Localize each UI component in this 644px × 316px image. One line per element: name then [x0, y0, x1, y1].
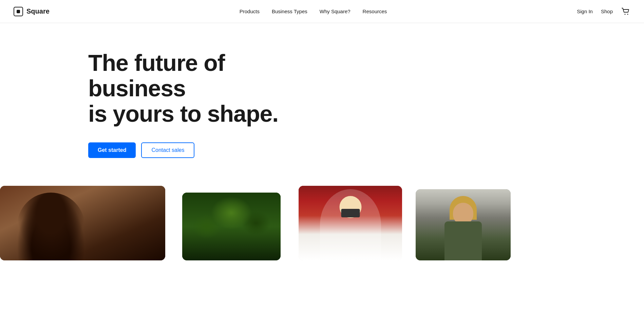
contact-sales-button[interactable]: Contact sales [141, 142, 194, 158]
hero-headline-line1: The future of business [88, 50, 225, 101]
hero-headline-line2: is yours to shape. [88, 101, 278, 126]
brand-name: Square [26, 7, 50, 15]
square-logo-icon [14, 7, 23, 16]
cart-icon-button[interactable] [621, 7, 630, 16]
nav-link-why-square[interactable]: Why Square? [320, 8, 351, 14]
hero-image-4 [416, 189, 511, 260]
hero-section: The future of business is yours to shape… [0, 23, 644, 186]
navbar-center: Products Business Types Why Square? Reso… [240, 8, 387, 14]
hero-buttons: Get started Contact sales [88, 142, 556, 158]
hero-image-3 [299, 186, 402, 260]
square-logo-inner [17, 10, 20, 13]
hero-images-section [0, 186, 644, 260]
navbar-right: Sign In Shop [577, 7, 630, 16]
square-logo[interactable]: Square [14, 7, 50, 16]
svg-point-1 [627, 14, 628, 15]
navbar: Square Products Business Types Why Squar… [0, 0, 644, 23]
navbar-left: Square [14, 7, 50, 16]
nav-link-products[interactable]: Products [240, 8, 260, 14]
shop-link[interactable]: Shop [601, 8, 613, 14]
hero-image-1 [0, 186, 165, 260]
cart-icon [621, 7, 630, 16]
nav-link-resources[interactable]: Resources [363, 8, 387, 14]
hero-image-2 [182, 193, 281, 260]
nav-link-business-types[interactable]: Business Types [272, 8, 307, 14]
get-started-button[interactable]: Get started [88, 142, 136, 158]
sign-in-link[interactable]: Sign In [577, 8, 593, 14]
svg-point-0 [624, 14, 625, 15]
hero-headline: The future of business is yours to shape… [88, 50, 305, 126]
